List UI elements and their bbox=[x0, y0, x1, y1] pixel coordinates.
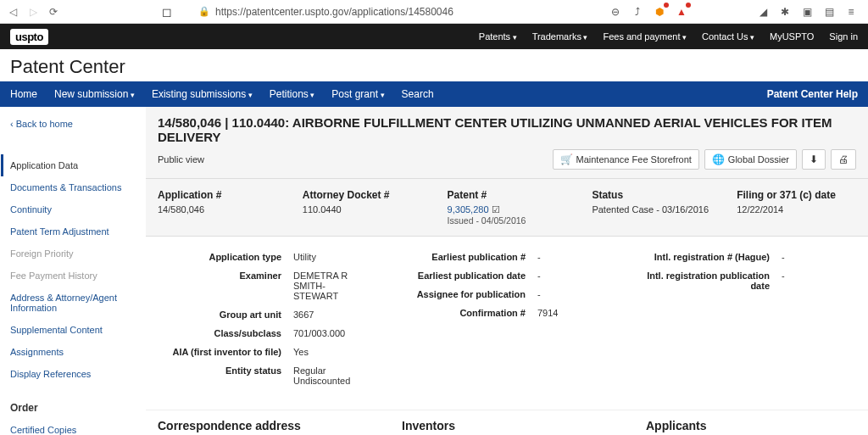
zoom-icon[interactable]: ⊖ bbox=[609, 5, 622, 19]
nav-new-submission[interactable]: New submission bbox=[54, 88, 135, 100]
browser-toolbar: ◁ ▷ ⟳ ◻ 🔒 https://patentcenter.uspto.gov… bbox=[0, 0, 868, 24]
sidebar-assignments[interactable]: Assignments bbox=[10, 341, 136, 363]
maintenance-fee-button[interactable]: 🛒Maintenance Fee Storefront bbox=[553, 149, 699, 170]
uspto-header: uspto Patents Trademarks Fees and paymen… bbox=[0, 24, 868, 49]
patent-number-link[interactable]: 9,305,280 bbox=[448, 204, 489, 215]
sidebar-pta[interactable]: Patent Term Adjustment bbox=[10, 220, 136, 243]
sidebar-certified-copies[interactable]: Certified Copies bbox=[10, 419, 136, 435]
detail-section: Application typeUtility ExaminerDEMETRA … bbox=[146, 237, 868, 410]
reload-icon[interactable]: ⟳ bbox=[47, 6, 59, 18]
content-area: 14/580,046 | 110.0440: AIRBORNE FULFILLM… bbox=[146, 107, 868, 435]
sidebar-continuity[interactable]: Continuity bbox=[10, 198, 136, 220]
print-icon: 🖨 bbox=[838, 153, 849, 165]
main-nav: Home New submission Existing submissions… bbox=[0, 81, 868, 107]
inventors-heading: Inventors bbox=[402, 419, 612, 432]
global-dossier-button[interactable]: 🌐Global Dossier bbox=[704, 149, 797, 170]
sidebar-application-data[interactable]: Application Data bbox=[1, 154, 136, 176]
detail-col-left: Application typeUtility ExaminerDEMETRA … bbox=[158, 252, 368, 394]
download-icon: ⬇ bbox=[810, 153, 818, 165]
nav-fees[interactable]: Fees and payment bbox=[603, 31, 687, 42]
applicants-col: Applicants Amazon Technologies, Inc.Seat… bbox=[646, 419, 856, 435]
extensions-icon[interactable]: ✱ bbox=[778, 5, 792, 19]
sidebar-references[interactable]: Display References bbox=[10, 363, 136, 385]
menu-icon[interactable]: ≡ bbox=[844, 5, 858, 19]
forward-icon[interactable]: ▷ bbox=[27, 6, 39, 18]
correspondence-col: Correspondence address 136715 - Athorus,… bbox=[158, 419, 368, 435]
nav-post-grant[interactable]: Post grant bbox=[331, 88, 384, 100]
patent-center-title-bar: Patent Center bbox=[0, 49, 868, 81]
panel2-icon[interactable]: ▤ bbox=[822, 5, 836, 19]
warning-icon[interactable]: ▲ bbox=[675, 5, 688, 19]
detail-col-middle: Earliest publication #- Earliest publica… bbox=[402, 252, 612, 394]
summary-docket: Attorney Docket # 110.0440 bbox=[303, 189, 422, 226]
application-header: 14/580,046 | 110.0440: AIRBORNE FULFILLM… bbox=[146, 107, 868, 179]
nav-patents[interactable]: Patents bbox=[479, 31, 517, 42]
nav-myuspto[interactable]: MyUSPTO bbox=[770, 31, 814, 42]
nav-home[interactable]: Home bbox=[10, 88, 37, 100]
bookmark-icon[interactable]: ◻ bbox=[161, 6, 173, 18]
nav-help[interactable]: Patent Center Help bbox=[767, 88, 858, 100]
download-button[interactable]: ⬇ bbox=[802, 149, 826, 170]
sidebar: Back to home Application Data Documents … bbox=[0, 107, 146, 435]
sidebar-fee-history: Fee Payment History bbox=[10, 265, 136, 287]
sidebar-documents[interactable]: Documents & Transactions bbox=[10, 176, 136, 198]
url-text: https://patentcenter.uspto.gov/applicati… bbox=[215, 6, 453, 18]
sidebar-order-heading: Order bbox=[10, 402, 136, 414]
share-icon[interactable]: ⤴ bbox=[631, 5, 644, 19]
summary-patent-number: Patent # 9,305,280 ☑Issued - 04/05/2016 bbox=[448, 189, 567, 226]
nav-signin[interactable]: Sign in bbox=[829, 31, 858, 42]
uspto-logo[interactable]: uspto bbox=[10, 29, 48, 45]
correspondence-heading: Correspondence address bbox=[158, 419, 368, 432]
application-number-docket: 14/580,046 | 110.0440: bbox=[158, 115, 289, 130]
patent-center-title: Patent Center bbox=[10, 56, 858, 78]
uspto-nav-links: Patents Trademarks Fees and payment Cont… bbox=[479, 31, 858, 42]
lower-section: Correspondence address 136715 - Athorus,… bbox=[146, 410, 868, 435]
summary-filing-date: Filing or 371 (c) date 12/22/2014 bbox=[737, 189, 856, 226]
lock-icon: 🔒 bbox=[198, 6, 210, 17]
cart-icon: 🛒 bbox=[560, 153, 573, 165]
application-title: 14/580,046 | 110.0440: AIRBORNE FULFILLM… bbox=[158, 115, 856, 144]
detail-col-right: Intl. registration # (Hague)- Intl. regi… bbox=[646, 252, 856, 394]
shield-icon[interactable]: ⬢ bbox=[653, 5, 666, 19]
panel-icon[interactable]: ▣ bbox=[800, 5, 814, 19]
sidebar-address[interactable]: Address & Attorney/Agent Information bbox=[10, 287, 136, 319]
nav-search[interactable]: Search bbox=[402, 88, 434, 100]
view-mode-label: Public view bbox=[158, 154, 204, 165]
summary-band: Application # 14/580,046 Attorney Docket… bbox=[146, 179, 868, 237]
address-bar[interactable]: 🔒 https://patentcenter.uspto.gov/applica… bbox=[181, 6, 600, 18]
back-to-home-link[interactable]: Back to home bbox=[10, 119, 136, 129]
ext1-icon[interactable]: ◢ bbox=[756, 5, 770, 19]
sidebar-supplemental[interactable]: Supplemental Content bbox=[10, 319, 136, 341]
nav-petitions[interactable]: Petitions bbox=[270, 88, 315, 100]
back-icon[interactable]: ◁ bbox=[7, 6, 19, 18]
summary-application-number: Application # 14/580,046 bbox=[158, 189, 277, 226]
summary-status: Status Patented Case - 03/16/2016 bbox=[592, 189, 711, 226]
print-button[interactable]: 🖨 bbox=[831, 149, 856, 170]
applicants-heading: Applicants bbox=[646, 419, 856, 432]
inventors-col: Inventors Paul William BergSeattle, WASH… bbox=[402, 419, 612, 435]
nav-trademarks[interactable]: Trademarks bbox=[532, 31, 588, 42]
nav-existing[interactable]: Existing submissions bbox=[152, 88, 253, 100]
browser-action-icons: ⊖ ⤴ ⬢ ▲ ◢ ✱ ▣ ▤ ≡ bbox=[609, 5, 861, 19]
sidebar-foreign-priority: Foreign Priority bbox=[10, 243, 136, 265]
nav-contact[interactable]: Contact Us bbox=[702, 31, 754, 42]
globe-icon: 🌐 bbox=[712, 153, 725, 165]
external-icon: ☑ bbox=[492, 204, 500, 215]
